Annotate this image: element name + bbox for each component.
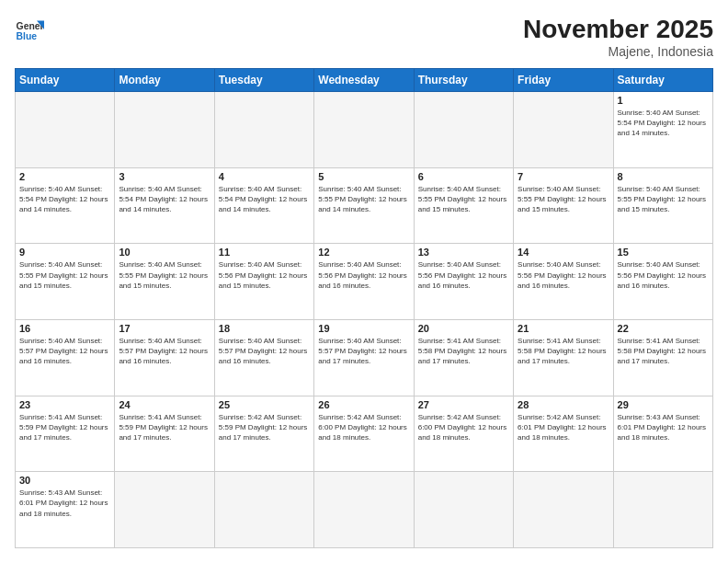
calendar-cell: 19Sunrise: 5:40 AM Sunset: 5:57 PM Dayli… — [314, 319, 414, 396]
day-info: Sunrise: 5:40 AM Sunset: 5:56 PM Dayligh… — [518, 259, 609, 291]
day-info: Sunrise: 5:40 AM Sunset: 5:57 PM Dayligh… — [119, 336, 210, 367]
calendar-cell — [514, 92, 613, 168]
day-info: Sunrise: 5:40 AM Sunset: 5:56 PM Dayligh… — [318, 259, 409, 291]
day-info: Sunrise: 5:40 AM Sunset: 5:57 PM Dayligh… — [219, 336, 310, 367]
day-info: Sunrise: 5:40 AM Sunset: 5:55 PM Dayligh… — [618, 184, 709, 215]
day-number: 13 — [418, 247, 509, 258]
calendar-cell — [414, 472, 513, 548]
calendar-cell: 6Sunrise: 5:40 AM Sunset: 5:55 PM Daylig… — [414, 167, 513, 244]
day-number: 12 — [318, 247, 409, 258]
day-number: 25 — [219, 399, 310, 410]
day-info: Sunrise: 5:42 AM Sunset: 6:00 PM Dayligh… — [318, 412, 409, 443]
day-info: Sunrise: 5:40 AM Sunset: 5:55 PM Dayligh… — [518, 184, 609, 215]
day-info: Sunrise: 5:40 AM Sunset: 5:55 PM Dayligh… — [318, 184, 409, 215]
calendar-cell: 13Sunrise: 5:40 AM Sunset: 5:56 PM Dayli… — [414, 244, 513, 320]
calendar-cell: 29Sunrise: 5:43 AM Sunset: 6:01 PM Dayli… — [613, 396, 712, 472]
day-number: 17 — [119, 323, 210, 334]
day-number: 2 — [19, 171, 110, 182]
week-row-4: 16Sunrise: 5:40 AM Sunset: 5:57 PM Dayli… — [16, 319, 713, 396]
calendar-cell: 22Sunrise: 5:41 AM Sunset: 5:58 PM Dayli… — [613, 319, 712, 396]
day-header-saturday: Saturday — [613, 69, 712, 92]
day-info: Sunrise: 5:40 AM Sunset: 5:57 PM Dayligh… — [318, 336, 409, 367]
day-info: Sunrise: 5:40 AM Sunset: 5:56 PM Dayligh… — [219, 259, 310, 291]
week-row-1: 1Sunrise: 5:40 AM Sunset: 5:54 PM Daylig… — [16, 92, 713, 168]
day-number: 3 — [119, 171, 210, 182]
calendar-cell: 27Sunrise: 5:42 AM Sunset: 6:00 PM Dayli… — [414, 396, 513, 472]
day-header-monday: Monday — [115, 69, 214, 92]
calendar-cell: 5Sunrise: 5:40 AM Sunset: 5:55 PM Daylig… — [314, 167, 414, 244]
svg-text:Blue: Blue — [17, 31, 38, 41]
day-number: 14 — [518, 247, 609, 258]
day-info: Sunrise: 5:40 AM Sunset: 5:54 PM Dayligh… — [19, 184, 110, 215]
header: General Blue November 2025 Majene, Indon… — [15, 15, 713, 59]
calendar-cell: 9Sunrise: 5:40 AM Sunset: 5:55 PM Daylig… — [16, 244, 115, 320]
calendar-page: General Blue November 2025 Majene, Indon… — [0, 0, 728, 563]
day-number: 4 — [219, 171, 310, 182]
calendar-cell — [314, 472, 414, 548]
calendar-cell: 28Sunrise: 5:42 AM Sunset: 6:01 PM Dayli… — [514, 396, 613, 472]
day-number: 9 — [19, 247, 110, 258]
calendar-cell: 8Sunrise: 5:40 AM Sunset: 5:55 PM Daylig… — [613, 167, 712, 244]
calendar-cell: 30Sunrise: 5:43 AM Sunset: 6:01 PM Dayli… — [16, 472, 115, 548]
month-year-title: November 2025 — [523, 15, 713, 44]
day-number: 27 — [418, 399, 509, 410]
calendar-cell — [613, 472, 712, 548]
day-info: Sunrise: 5:41 AM Sunset: 5:59 PM Dayligh… — [19, 412, 110, 443]
day-info: Sunrise: 5:43 AM Sunset: 6:01 PM Dayligh… — [618, 412, 709, 443]
day-info: Sunrise: 5:42 AM Sunset: 6:00 PM Dayligh… — [418, 412, 509, 443]
calendar-cell: 2Sunrise: 5:40 AM Sunset: 5:54 PM Daylig… — [16, 167, 115, 244]
calendar-cell — [16, 92, 115, 168]
calendar-cell: 25Sunrise: 5:42 AM Sunset: 5:59 PM Dayli… — [214, 396, 313, 472]
day-number: 5 — [318, 171, 409, 182]
day-number: 7 — [518, 171, 609, 182]
calendar-cell: 7Sunrise: 5:40 AM Sunset: 5:55 PM Daylig… — [514, 167, 613, 244]
day-info: Sunrise: 5:40 AM Sunset: 5:54 PM Dayligh… — [618, 108, 709, 139]
day-number: 19 — [318, 323, 409, 334]
calendar-cell: 20Sunrise: 5:41 AM Sunset: 5:58 PM Dayli… — [414, 319, 513, 396]
day-number: 1 — [618, 95, 709, 106]
day-info: Sunrise: 5:41 AM Sunset: 5:59 PM Dayligh… — [119, 412, 210, 443]
day-number: 26 — [318, 399, 409, 410]
day-info: Sunrise: 5:41 AM Sunset: 5:58 PM Dayligh… — [618, 336, 709, 367]
day-info: Sunrise: 5:40 AM Sunset: 5:54 PM Dayligh… — [119, 184, 210, 215]
day-number: 18 — [219, 323, 310, 334]
calendar-cell — [314, 92, 414, 168]
day-number: 8 — [618, 171, 709, 182]
day-number: 30 — [19, 475, 110, 486]
calendar-cell — [514, 472, 613, 548]
day-number: 29 — [618, 399, 709, 410]
day-info: Sunrise: 5:40 AM Sunset: 5:55 PM Dayligh… — [19, 259, 110, 291]
day-header-tuesday: Tuesday — [214, 69, 313, 92]
calendar-cell: 12Sunrise: 5:40 AM Sunset: 5:56 PM Dayli… — [314, 244, 414, 320]
day-info: Sunrise: 5:40 AM Sunset: 5:57 PM Dayligh… — [19, 336, 110, 367]
day-info: Sunrise: 5:41 AM Sunset: 5:58 PM Dayligh… — [518, 336, 609, 367]
calendar-cell: 26Sunrise: 5:42 AM Sunset: 6:00 PM Dayli… — [314, 396, 414, 472]
calendar-table: SundayMondayTuesdayWednesdayThursdayFrid… — [15, 68, 713, 548]
day-info: Sunrise: 5:41 AM Sunset: 5:58 PM Dayligh… — [418, 336, 509, 367]
calendar-cell: 11Sunrise: 5:40 AM Sunset: 5:56 PM Dayli… — [214, 244, 313, 320]
calendar-cell: 10Sunrise: 5:40 AM Sunset: 5:55 PM Dayli… — [115, 244, 214, 320]
calendar-cell — [115, 472, 214, 548]
calendar-cell: 16Sunrise: 5:40 AM Sunset: 5:57 PM Dayli… — [16, 319, 115, 396]
calendar-cell: 21Sunrise: 5:41 AM Sunset: 5:58 PM Dayli… — [514, 319, 613, 396]
day-info: Sunrise: 5:43 AM Sunset: 6:01 PM Dayligh… — [19, 488, 110, 519]
day-number: 24 — [119, 399, 210, 410]
day-header-wednesday: Wednesday — [314, 69, 414, 92]
calendar-cell — [214, 472, 313, 548]
day-header-thursday: Thursday — [414, 69, 513, 92]
day-info: Sunrise: 5:40 AM Sunset: 5:56 PM Dayligh… — [418, 259, 509, 291]
day-number: 6 — [418, 171, 509, 182]
week-row-3: 9Sunrise: 5:40 AM Sunset: 5:55 PM Daylig… — [16, 244, 713, 320]
day-number: 11 — [219, 247, 310, 258]
day-info: Sunrise: 5:40 AM Sunset: 5:54 PM Dayligh… — [219, 184, 310, 215]
calendar-cell: 3Sunrise: 5:40 AM Sunset: 5:54 PM Daylig… — [115, 167, 214, 244]
header-row: SundayMondayTuesdayWednesdayThursdayFrid… — [16, 69, 713, 92]
day-number: 15 — [618, 247, 709, 258]
calendar-cell: 17Sunrise: 5:40 AM Sunset: 5:57 PM Dayli… — [115, 319, 214, 396]
day-info: Sunrise: 5:42 AM Sunset: 6:01 PM Dayligh… — [518, 412, 609, 443]
day-number: 22 — [618, 323, 709, 334]
calendar-cell: 1Sunrise: 5:40 AM Sunset: 5:54 PM Daylig… — [613, 92, 712, 168]
day-number: 23 — [19, 399, 110, 410]
week-row-2: 2Sunrise: 5:40 AM Sunset: 5:54 PM Daylig… — [16, 167, 713, 244]
calendar-cell: 14Sunrise: 5:40 AM Sunset: 5:56 PM Dayli… — [514, 244, 613, 320]
